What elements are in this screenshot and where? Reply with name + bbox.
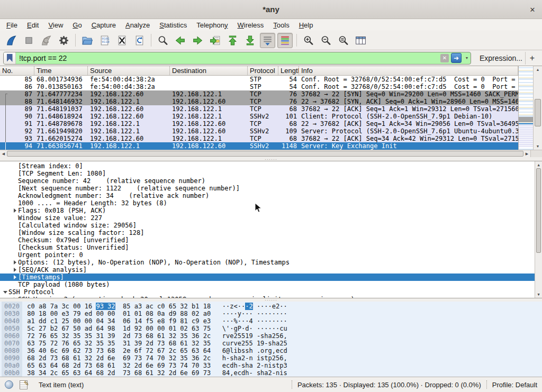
menu-telephony[interactable]: Telephony <box>192 20 232 30</box>
go-to-packet-button[interactable] <box>207 33 223 48</box>
packet-list-hscrollbar[interactable]: ◀ ▶ <box>0 150 530 157</box>
detail-line-1[interactable]: [TCP Segment Len: 1080] <box>0 170 542 177</box>
capture-options-button[interactable] <box>56 33 71 48</box>
details-vscroll-thumb[interactable] <box>536 168 541 253</box>
title-bar[interactable]: *any ✕ <box>0 0 542 19</box>
column-header-info[interactable]: Info <box>299 66 518 75</box>
detail-line-7[interactable]: Window size value: 227 <box>0 214 542 222</box>
column-header-destination[interactable]: Destination <box>170 66 248 75</box>
file-close-button[interactable] <box>114 33 130 48</box>
details-scroll-up-icon[interactable]: ▲ <box>535 161 542 168</box>
bookmark-button[interactable] <box>4 52 16 64</box>
go-last-button[interactable] <box>242 33 258 48</box>
detail-line-14[interactable]: [SEQ/ACK analysis] <box>0 266 542 274</box>
menu-statistics[interactable]: Statistics <box>155 20 192 30</box>
packet-row-85[interactable]: 8568.001734936fe:54:00:d4:38:2aSTP54Conf… <box>0 76 518 83</box>
detail-line-12[interactable]: Urgent pointer: 0 <box>0 251 542 259</box>
go-first-button[interactable] <box>225 33 240 48</box>
menu-capture[interactable]: Capture <box>87 20 121 30</box>
hex-row-00b0[interactable]: 00b0 38 34 2c 65 63 64 68 2d 73 68 61 32… <box>0 369 542 377</box>
hex-row-0050[interactable]: 0050 5c 27 b2 67 50 ad 64 98 1d 92 00 00… <box>0 325 542 332</box>
hex-row-0040[interactable]: 0040 a1 dd c1 25 00 00 04 34 06 14 f5 e8… <box>0 317 542 325</box>
hex-row-0090[interactable]: 0090 68 2d 73 68 61 32 2d 6e 69 73 74 70… <box>0 354 542 362</box>
display-filter-input[interactable] <box>16 54 440 62</box>
hex-row-00a0[interactable]: 00a0 65 63 64 68 2d 73 68 61 32 2d 6e 69… <box>0 362 542 369</box>
scroll-left-icon[interactable]: ◀ <box>0 150 7 157</box>
resize-columns-button[interactable] <box>353 33 368 48</box>
details-vscrollbar[interactable]: ▲ ▼ <box>535 161 542 298</box>
hex-row-0060[interactable]: 0060 72 76 65 32 35 35 31 39 2d 73 68 61… <box>0 332 542 340</box>
detail-line-16[interactable]: TCP payload (1080 bytes) <box>0 281 542 288</box>
packet-row-92[interactable]: 9271.661949820192.168.122.1192.168.122.6… <box>0 127 518 135</box>
close-icon[interactable]: ✕ <box>528 5 537 14</box>
expander-right-icon[interactable] <box>12 275 18 279</box>
hscroll-thumb[interactable] <box>7 151 523 157</box>
expander-right-icon[interactable] <box>12 268 18 272</box>
apply-filter-icon[interactable]: ➜ <box>451 53 462 63</box>
menu-analyze[interactable]: Analyze <box>121 20 155 30</box>
capture-stop-button[interactable] <box>21 33 37 48</box>
detail-line-17[interactable]: SSH Protocol <box>0 288 542 296</box>
detail-line-6[interactable]: Flags: 0x018 (PSH, ACK) <box>0 207 542 214</box>
capture-comment-icon[interactable]: ✎ <box>20 380 28 389</box>
file-open-button[interactable] <box>79 33 95 48</box>
go-back-button[interactable] <box>173 33 188 48</box>
scroll-up-icon[interactable]: ▲ <box>534 66 542 73</box>
menu-wireless[interactable]: Wireless <box>233 20 269 30</box>
scroll-down-icon[interactable]: ▼ <box>534 143 542 150</box>
detail-line-11[interactable]: [Checksum Status: Unverified] <box>0 244 542 251</box>
expander-right-icon[interactable] <box>12 297 18 298</box>
menu-edit[interactable]: Edit <box>22 20 43 30</box>
column-header-length[interactable]: Length <box>278 66 299 75</box>
hex-row-0080[interactable]: 0080 36 40 6c 69 62 73 73 68 2e 6f 72 67… <box>0 347 542 354</box>
packet-row-91[interactable]: 9171.648789678192.168.122.1192.168.122.6… <box>0 120 518 127</box>
detail-line-15[interactable]: [Timestamps] <box>0 274 542 281</box>
packet-row-90[interactable]: 9071.648618924192.168.122.60192.168.122.… <box>0 113 518 120</box>
file-reload-button[interactable] <box>132 33 147 48</box>
intelligent-scrollbar-minimap[interactable] <box>518 66 533 150</box>
hex-row-0030[interactable]: 0030 80 18 00 e3 79 ed 00 00 01 01 08 0a… <box>0 310 542 317</box>
scroll-right-icon[interactable]: ▶ <box>523 150 530 157</box>
menu-go[interactable]: Go <box>68 20 86 30</box>
zoom-out-button[interactable] <box>318 33 333 48</box>
detail-line-2[interactable]: Sequence number: 42 (relative sequence n… <box>0 177 542 185</box>
packet-row-94[interactable]: 9471.663856741192.168.122.1192.168.122.6… <box>0 142 518 150</box>
auto-scroll-button[interactable] <box>260 33 275 48</box>
expander-down-icon[interactable] <box>2 291 8 294</box>
packet-row-87[interactable]: 8771.647777234192.168.122.60192.168.122.… <box>0 90 518 98</box>
hex-row-0020[interactable]: 0020 c0 a8 7a 3c 00 16 93 32 85 a3 ac c0… <box>0 303 542 310</box>
file-save-button[interactable]: 01010110 <box>97 33 112 48</box>
vscroll-thumb[interactable] <box>535 99 541 126</box>
packet-row-88[interactable]: 8871.648146932192.168.122.1192.168.122.6… <box>0 98 518 105</box>
detail-line-13[interactable]: Options: (12 bytes), No-Operation (NOP),… <box>0 259 542 266</box>
details-scroll-down-icon[interactable]: ▼ <box>535 291 542 298</box>
status-profile[interactable]: Profile: Default <box>492 381 537 389</box>
capture-start-button[interactable] <box>4 33 19 48</box>
add-filter-button[interactable]: + <box>525 52 539 65</box>
menu-file[interactable]: File <box>2 20 22 30</box>
expander-right-icon[interactable] <box>12 208 18 213</box>
detail-line-4[interactable]: Acknowledgment number: 34 (relative ack … <box>0 192 542 199</box>
detail-line-3[interactable]: [Next sequence number: 1122 (relative se… <box>0 185 542 192</box>
column-header-time[interactable]: Time <box>34 66 88 75</box>
capture-restart-button[interactable] <box>39 33 54 48</box>
detail-line-18[interactable]: SSH Version 2 (encryption:chacha20-poly1… <box>0 296 542 298</box>
find-packet-button[interactable] <box>155 33 170 48</box>
column-header-protocol[interactable]: Protocol <box>248 66 278 75</box>
packet-list-vscrollbar[interactable]: ▲ ▼ <box>533 66 542 150</box>
hex-row-0070[interactable]: 0070 63 75 72 76 65 32 35 35 31 39 2d 73… <box>0 340 542 347</box>
zoom-in-button[interactable] <box>301 33 316 48</box>
menu-help[interactable]: Help <box>294 20 318 30</box>
column-header-no[interactable]: No. <box>0 66 34 75</box>
detail-line-9[interactable]: [Window size scaling factor: 128] <box>0 229 542 236</box>
expression-button[interactable]: Expression... <box>480 54 522 62</box>
packet-row-89[interactable]: 8971.648191037192.168.122.60192.168.122.… <box>0 105 518 113</box>
menu-view[interactable]: View <box>43 20 68 30</box>
expert-info-icon[interactable] <box>5 380 13 389</box>
packet-row-93[interactable]: 9371.662015274192.168.122.60192.168.122.… <box>0 135 518 142</box>
menu-tools[interactable]: Tools <box>268 20 294 30</box>
column-header-source[interactable]: Source <box>88 66 170 75</box>
filter-dropdown-icon[interactable]: ▼ <box>463 52 471 65</box>
detail-line-8[interactable]: [Calculated window size: 29056] <box>0 222 542 229</box>
detail-line-0[interactable]: [Stream index: 0] <box>0 162 542 170</box>
